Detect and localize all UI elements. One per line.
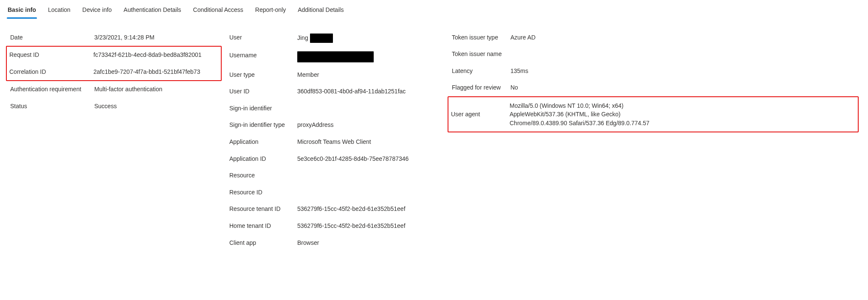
label-flagged-for-review: Flagged for review <box>452 84 510 92</box>
label-resource-tenant-id: Resource tenant ID <box>229 205 297 213</box>
label-token-issuer-type: Token issuer type <box>452 34 510 42</box>
row-date: Date 3/23/2021, 9:14:28 PM <box>8 29 227 46</box>
label-client-app: Client app <box>229 239 297 247</box>
row-username: Username <box>227 47 449 67</box>
highlight-request-correlation: Request ID fc73342f-621b-4ecd-8da9-bed8a… <box>6 46 222 81</box>
row-flagged-for-review: Flagged for review No <box>449 79 860 96</box>
row-user-id: User ID 360df853-0081-4b0d-af94-11dab125… <box>227 83 449 100</box>
value-client-app: Browser <box>297 239 447 247</box>
label-request-id: Request ID <box>9 51 93 59</box>
row-token-issuer-name: Token issuer name <box>449 46 860 63</box>
value-request-id: fc73342f-621b-4ecd-8da9-bed8a3f82001 <box>93 51 218 59</box>
value-user-id: 360df853-0081-4b0d-af94-11dab1251fac <box>297 87 447 96</box>
value-application-id: 5e3ce6c0-2b1f-4285-8d4b-75ee78787346 <box>297 155 447 163</box>
highlight-user-agent: User agent Mozilla/5.0 (Windows NT 10.0;… <box>448 96 859 132</box>
row-request-id: Request ID fc73342f-621b-4ecd-8da9-bed8a… <box>7 47 221 64</box>
redacted-username <box>297 51 374 62</box>
label-signin-identifier-type: Sign-in identifier type <box>229 121 297 129</box>
value-token-issuer-type: Azure AD <box>510 34 663 42</box>
label-application-id: Application ID <box>229 155 297 163</box>
row-user-agent: User agent Mozilla/5.0 (Windows NT 10.0;… <box>448 97 858 132</box>
value-signin-identifier-type: proxyAddress <box>297 121 447 129</box>
signin-details-panel: Basic info Location Device info Authenti… <box>0 0 868 268</box>
value-application: Microsoft Teams Web Client <box>297 138 447 146</box>
redacted-user-lastname <box>310 34 333 43</box>
value-user: Jing <box>297 34 447 43</box>
label-token-issuer-name: Token issuer name <box>452 50 510 59</box>
column-3: Token issuer type Azure AD Token issuer … <box>449 29 860 252</box>
label-latency: Latency <box>452 67 510 76</box>
column-2: User Jing Username User type Member User… <box>227 29 449 252</box>
label-user: User <box>229 34 297 42</box>
value-home-tenant-id: 536279f6-15cc-45f2-be2d-61e352b51eef <box>297 222 447 230</box>
value-user-type: Member <box>297 71 447 79</box>
value-correlation-id: 2afc1be9-7207-4f7a-bbd1-521bf47feb73 <box>93 68 218 76</box>
tab-additional-details[interactable]: Additional Details <box>298 3 344 19</box>
label-user-id: User ID <box>229 87 297 96</box>
value-auth-requirement: Multi-factor authentication <box>94 85 224 94</box>
value-date: 3/23/2021, 9:14:28 PM <box>94 34 224 42</box>
tab-report-only[interactable]: Report-only <box>255 3 286 19</box>
row-signin-identifier-type: Sign-in identifier type proxyAddress <box>227 117 449 134</box>
row-auth-requirement: Authentication requirement Multi-factor … <box>8 81 227 98</box>
value-user-agent: Mozilla/5.0 (Windows NT 10.0; Win64; x64… <box>510 101 662 127</box>
label-application: Application <box>229 138 297 146</box>
row-user: User Jing <box>227 29 449 47</box>
row-application-id: Application ID 5e3ce6c0-2b1f-4285-8d4b-7… <box>227 151 449 168</box>
value-username <box>297 51 447 62</box>
value-status: Success <box>94 102 224 111</box>
row-correlation-id: Correlation ID 2afc1be9-7207-4f7a-bbd1-5… <box>7 64 221 81</box>
label-auth-requirement: Authentication requirement <box>10 85 94 94</box>
tab-conditional-access[interactable]: Conditional Access <box>193 3 243 19</box>
row-resource-tenant-id: Resource tenant ID 536279f6-15cc-45f2-be… <box>227 201 449 218</box>
label-resource: Resource <box>229 171 297 180</box>
user-link[interactable]: Jing <box>297 34 308 41</box>
column-1: Date 3/23/2021, 9:14:28 PM Request ID fc… <box>8 29 227 252</box>
label-user-agent: User agent <box>451 110 510 119</box>
row-resource-id: Resource ID <box>227 184 449 201</box>
row-application: Application Microsoft Teams Web Client <box>227 134 449 151</box>
tab-authentication-details[interactable]: Authentication Details <box>124 3 181 19</box>
row-user-type: User type Member <box>227 67 449 84</box>
label-status: Status <box>10 102 94 111</box>
tab-basic-info[interactable]: Basic info <box>8 3 36 19</box>
value-resource-tenant-id: 536279f6-15cc-45f2-be2d-61e352b51eef <box>297 205 447 213</box>
row-client-app: Client app Browser <box>227 235 449 252</box>
label-user-type: User type <box>229 71 297 79</box>
row-signin-identifier: Sign-in identifier <box>227 100 449 117</box>
row-home-tenant-id: Home tenant ID 536279f6-15cc-45f2-be2d-6… <box>227 218 449 235</box>
label-correlation-id: Correlation ID <box>9 68 93 76</box>
row-status: Status Success <box>8 98 227 115</box>
tab-device-info[interactable]: Device info <box>82 3 112 19</box>
label-date: Date <box>10 34 94 42</box>
tabs-bar: Basic info Location Device info Authenti… <box>8 0 860 19</box>
row-latency: Latency 135ms <box>449 63 860 80</box>
row-resource: Resource <box>227 167 449 184</box>
label-resource-id: Resource ID <box>229 188 297 197</box>
label-home-tenant-id: Home tenant ID <box>229 222 297 230</box>
label-signin-identifier: Sign-in identifier <box>229 104 297 113</box>
row-token-issuer-type: Token issuer type Azure AD <box>449 29 860 46</box>
tab-location[interactable]: Location <box>48 3 70 19</box>
value-latency: 135ms <box>510 67 663 76</box>
label-username: Username <box>229 51 297 60</box>
value-flagged-for-review: No <box>510 84 663 92</box>
basic-info-content: Date 3/23/2021, 9:14:28 PM Request ID fc… <box>8 29 860 252</box>
